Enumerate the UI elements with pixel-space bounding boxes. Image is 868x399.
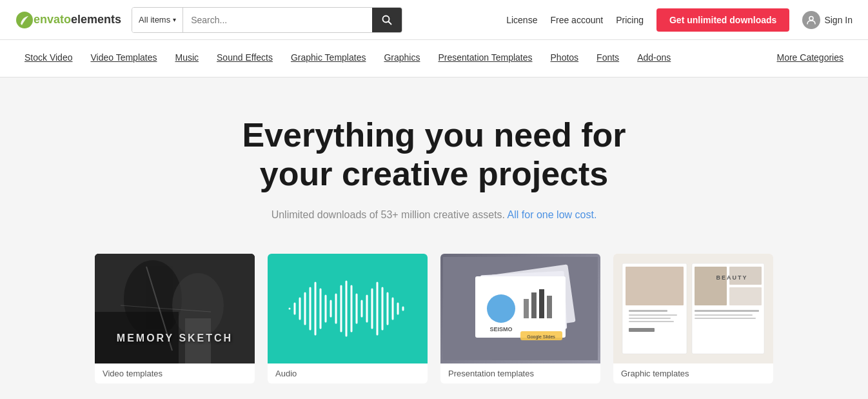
search-bar: All items ▾ xyxy=(132,7,402,33)
sign-in-label: Sign In xyxy=(824,15,853,25)
card-thumb-audio xyxy=(268,254,428,363)
category-music[interactable]: Music xyxy=(166,40,208,77)
category-graphics[interactable]: Graphics xyxy=(375,40,429,77)
cta-button[interactable]: Get unlimited downloads xyxy=(656,8,789,32)
svg-rect-53 xyxy=(629,328,655,332)
hero-subtitle-highlight: All for one low cost. xyxy=(508,209,597,220)
waveform-svg xyxy=(283,276,412,341)
hero-title: Everything you need for your creative pr… xyxy=(208,116,660,194)
svg-rect-55 xyxy=(695,267,727,305)
svg-rect-41 xyxy=(539,289,544,318)
license-link[interactable]: License xyxy=(506,15,537,25)
memory-sketch-label: MEMORY SKETCH xyxy=(117,332,233,344)
header-nav: License Free account Pricing Get unlimit… xyxy=(506,8,853,32)
category-add-ons[interactable]: Add-ons xyxy=(628,40,680,77)
logo[interactable]: envato elements xyxy=(15,11,121,29)
hero-subtitle-plain: Unlimited downloads of 53+ million creat… xyxy=(271,209,505,220)
category-presentation-templates[interactable]: Presentation Templates xyxy=(429,40,541,77)
svg-rect-58 xyxy=(695,310,759,312)
svg-rect-49 xyxy=(629,310,667,312)
card-label-audio: Audio xyxy=(268,363,428,384)
sign-in-button[interactable]: Sign In xyxy=(802,11,853,29)
chevron-down-icon: ▾ xyxy=(173,16,176,23)
svg-rect-42 xyxy=(547,296,552,318)
person-icon xyxy=(806,15,816,25)
header: envato elements All items ▾ License Free… xyxy=(0,0,868,40)
svg-rect-51 xyxy=(629,318,671,319)
search-dropdown-label: All items xyxy=(139,15,170,25)
envato-leaf-icon xyxy=(15,11,34,29)
svg-text:SEISMO: SEISMO xyxy=(489,326,512,332)
presentation-bg-svg: SEISMO Google Slides xyxy=(443,257,598,360)
search-input[interactable] xyxy=(183,8,372,32)
logo-envato-text: envato xyxy=(34,13,71,26)
category-fonts[interactable]: Fonts xyxy=(587,40,628,77)
hero-subtitle: Unlimited downloads of 53+ million creat… xyxy=(266,207,602,223)
category-more[interactable]: More Categories xyxy=(768,40,853,77)
svg-rect-48 xyxy=(626,267,684,305)
card-label-video: Video templates xyxy=(95,363,255,384)
card-presentation-templates[interactable]: SEISMO Google Slides Presentation templa… xyxy=(440,254,600,384)
svg-rect-60 xyxy=(695,318,756,319)
card-label-presentation: Presentation templates xyxy=(440,363,600,384)
card-video-templates[interactable]: MEMORY SKETCH Video templates xyxy=(95,254,255,384)
card-thumb-presentation: SEISMO Google Slides xyxy=(440,254,600,363)
svg-rect-50 xyxy=(629,314,677,316)
svg-rect-39 xyxy=(524,299,529,318)
svg-line-2 xyxy=(389,21,391,24)
category-stock-video[interactable]: Stock Video xyxy=(15,40,81,77)
category-sound-effects[interactable]: Sound Effects xyxy=(208,40,282,77)
category-photos[interactable]: Photos xyxy=(542,40,588,77)
card-graphic-templates[interactable]: BEAUTY Graphic templates xyxy=(613,254,773,384)
search-button[interactable] xyxy=(372,8,402,32)
card-thumb-video: MEMORY SKETCH xyxy=(95,254,255,363)
free-account-link[interactable]: Free account xyxy=(550,15,603,25)
pricing-link[interactable]: Pricing xyxy=(616,15,644,25)
category-cards-grid: MEMORY SKETCH Video templates xyxy=(79,254,789,384)
card-label-graphic: Graphic templates xyxy=(613,363,773,384)
card-thumb-graphic: BEAUTY xyxy=(613,254,773,363)
svg-rect-59 xyxy=(695,314,753,316)
hero-section: Everything you need for your creative pr… xyxy=(0,77,868,399)
category-graphic-templates[interactable]: Graphic Templates xyxy=(282,40,375,77)
user-icon xyxy=(802,11,820,29)
video-bg-svg xyxy=(95,254,255,363)
svg-point-3 xyxy=(809,16,813,20)
search-icon xyxy=(382,15,392,25)
graphic-bg-svg: BEAUTY xyxy=(616,257,771,360)
logo-elements-text: elements xyxy=(71,13,121,26)
svg-rect-57 xyxy=(729,287,762,305)
category-nav: Stock Video Video Templates Music Sound … xyxy=(0,40,868,77)
svg-point-38 xyxy=(487,294,515,323)
svg-text:BEAUTY: BEAUTY xyxy=(716,274,747,281)
category-video-templates[interactable]: Video Templates xyxy=(81,40,166,77)
search-dropdown[interactable]: All items ▾ xyxy=(132,8,183,32)
svg-rect-40 xyxy=(531,292,537,318)
card-audio[interactable]: Audio xyxy=(268,254,428,384)
svg-rect-52 xyxy=(629,321,674,322)
svg-text:Google Slides: Google Slides xyxy=(527,334,555,340)
